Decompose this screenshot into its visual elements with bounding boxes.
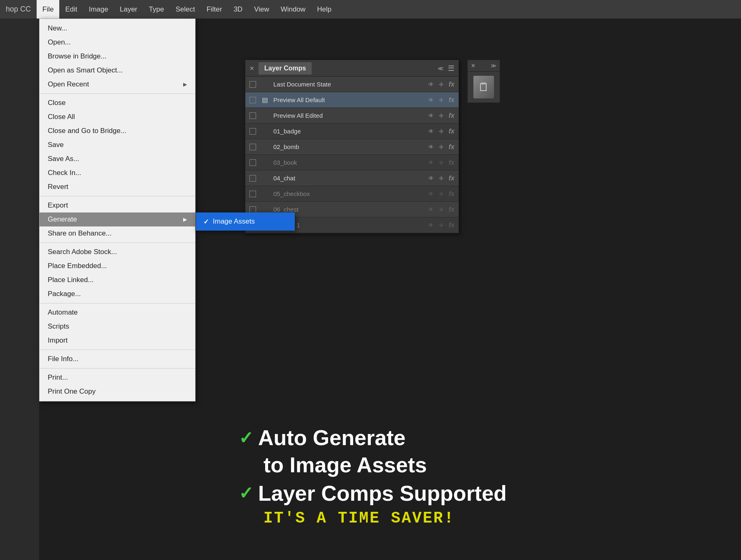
lc-icon [260,80,269,89]
fx-icon[interactable]: fx [449,206,454,213]
eye-icon[interactable]: 👁 [428,81,434,88]
panel-title-tab[interactable]: Layer Comps [259,62,312,75]
mini-panel-document-icon: 🗒 [473,76,494,98]
menu-new[interactable]: New... [40,21,195,35]
fx-icon[interactable]: fx [449,143,454,151]
mini-close-icon[interactable]: ✕ [471,63,475,69]
move-icon[interactable]: ✛ [439,144,444,150]
menu-open-recent[interactable]: Open Recent▶ [40,77,195,91]
menu-3d[interactable]: 3D [228,0,248,19]
layer-comp-row[interactable]: 03_book 👁 ✛ fx [245,155,459,170]
menu-file-info[interactable]: File Info... [40,352,195,366]
eye-icon[interactable]: 👁 [428,144,434,150]
fx-icon[interactable]: fx [449,159,454,166]
menu-view[interactable]: View [248,0,275,19]
lc-name: 03_book [273,159,424,166]
menu-window[interactable]: Window [275,0,311,19]
menu-close[interactable]: Close [40,96,195,110]
menu-save-as[interactable]: Save As... [40,152,195,166]
eye-icon[interactable]: 👁 [428,97,434,103]
lc-icon [260,111,269,120]
check-mark-icon: ✓ [203,218,209,226]
lc-controls: 👁 ✛ fx [428,128,454,135]
menu-package[interactable]: Package... [40,287,195,301]
lc-checkbox[interactable] [249,175,256,182]
layer-comp-row[interactable]: Preview All Edited 👁 ✛ fx [245,108,459,124]
menu-help[interactable]: Help [311,0,337,19]
menu-open[interactable]: Open... [40,35,195,49]
eye-icon[interactable]: 👁 [428,175,434,182]
layer-comp-row[interactable]: 02_bomb 👁 ✛ fx [245,139,459,155]
menu-image[interactable]: Image [83,0,114,19]
menu-open-smart[interactable]: Open as Smart Object... [40,63,195,77]
generate-row: Generate ▶ ✓ Image Assets [40,212,195,226]
move-icon[interactable]: ✛ [439,81,444,88]
fx-icon[interactable]: fx [449,81,454,88]
menu-file[interactable]: File [37,0,59,19]
fx-icon[interactable]: fx [449,175,454,182]
lc-checkbox[interactable] [249,159,256,166]
menu-revert[interactable]: Revert [40,180,195,194]
eye-icon[interactable]: 👁 [428,159,434,166]
move-icon[interactable]: ✛ [439,112,444,119]
menu-place-embedded[interactable]: Place Embedded... [40,259,195,273]
fx-icon[interactable]: fx [449,112,454,119]
fx-icon[interactable]: fx [449,190,454,198]
move-icon[interactable]: ✛ [439,191,444,197]
lc-checkbox[interactable] [249,112,256,119]
menu-layer[interactable]: Layer [114,0,143,19]
lc-checkbox[interactable] [249,206,256,213]
menu-print[interactable]: Print... [40,371,195,385]
menu-share-behance[interactable]: Share on Behance... [40,226,195,240]
lc-checkbox[interactable] [249,128,256,135]
eye-icon[interactable]: 👁 [428,206,434,213]
mini-expand-icon[interactable]: ≫ [491,63,496,69]
menu-print-one[interactable]: Print One Copy [40,385,195,399]
menu-close-bridge[interactable]: Close and Go to Bridge... [40,124,195,138]
move-icon[interactable]: ✛ [439,175,444,182]
lc-checkbox[interactable] [249,191,256,197]
menu-generate[interactable]: Generate ▶ [40,212,195,226]
lc-checkbox[interactable] [249,144,256,150]
fx-icon[interactable]: fx [449,222,454,229]
panel-close-icon[interactable]: ✕ [249,65,254,72]
eye-icon[interactable]: 👁 [428,112,434,119]
menu-automate[interactable]: Automate [40,306,195,320]
lc-checkbox[interactable] [249,81,256,88]
eye-icon[interactable]: 👁 [428,222,434,229]
menu-image-assets[interactable]: ✓ Image Assets [196,214,295,229]
menu-close-all[interactable]: Close All [40,110,195,124]
move-icon[interactable]: ✛ [439,128,444,135]
menu-export[interactable]: Export [40,198,195,212]
info-line-2: to Image Assets [239,453,507,477]
layer-comp-row[interactable]: 01_badge 👁 ✛ fx [245,124,459,139]
menu-filter[interactable]: Filter [201,0,228,19]
green-check-2: ✓ [239,485,253,502]
move-icon[interactable]: ✛ [439,222,444,229]
lc-checkbox[interactable] [249,97,256,103]
menu-save[interactable]: Save [40,138,195,152]
fx-icon[interactable]: fx [449,96,454,104]
menu-edit[interactable]: Edit [59,0,83,19]
menu-scripts[interactable]: Scripts [40,320,195,334]
panel-collapse-icon[interactable]: ≪ [438,65,444,72]
menu-check-in[interactable]: Check In... [40,166,195,180]
lc-icon [260,158,269,167]
panel-menu-icon[interactable]: ☰ [448,64,454,73]
menu-browse-bridge[interactable]: Browse in Bridge... [40,49,195,63]
menu-import[interactable]: Import [40,334,195,348]
eye-icon[interactable]: 👁 [428,128,434,135]
layer-comp-row[interactable]: 04_chat 👁 ✛ fx [245,170,459,186]
layer-comp-row[interactable]: ▤ Preview All Default 👁 ✛ fx [245,92,459,108]
menu-select[interactable]: Select [170,0,200,19]
move-icon[interactable]: ✛ [439,159,444,166]
move-icon[interactable]: ✛ [439,206,444,213]
move-icon[interactable]: ✛ [439,97,444,103]
menu-type[interactable]: Type [143,0,170,19]
menu-search-stock[interactable]: Search Adobe Stock... [40,245,195,259]
menu-place-linked[interactable]: Place Linked... [40,273,195,287]
eye-icon[interactable]: 👁 [428,191,434,197]
layer-comp-row[interactable]: 05_checkbox 👁 ✛ fx [245,186,459,202]
fx-icon[interactable]: fx [449,128,454,135]
layer-comp-row[interactable]: Last Document State 👁 ✛ fx [245,77,459,92]
